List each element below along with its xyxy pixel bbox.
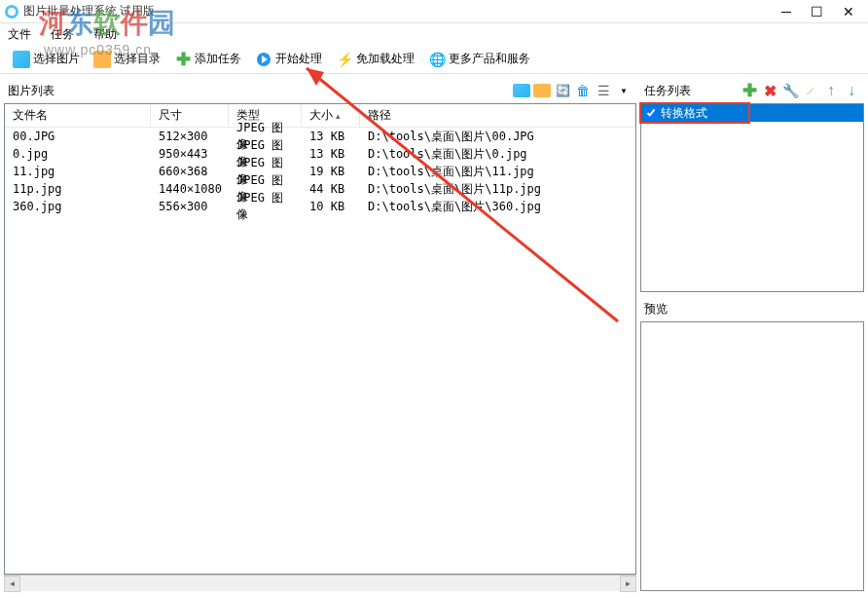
view-folder-icon[interactable] bbox=[533, 84, 551, 97]
file-dimensions: 556×300 bbox=[151, 200, 229, 213]
refresh-icon[interactable]: 🔄 bbox=[554, 82, 571, 99]
dropdown-icon[interactable]: ▼ bbox=[615, 82, 633, 99]
toolbar: 选择图片 选择目录 ✚ 添加任务 开始处理 ⚡ 免加载处理 🌐 更多产品和服务 bbox=[0, 45, 868, 74]
titlebar: 图片批量处理系统 试用版 ─ ☐ ✕ bbox=[0, 0, 868, 23]
minimize-button[interactable]: ─ bbox=[781, 4, 791, 19]
col-size[interactable]: 大小▴ bbox=[302, 104, 360, 127]
menubar: 文件 任务 帮助 bbox=[0, 23, 868, 45]
task-label: 转换格式 bbox=[661, 105, 707, 122]
view-image-icon[interactable] bbox=[513, 84, 530, 97]
file-row[interactable]: 00.JPG 512×300 JPEG 图像 13 KB D:\tools\桌面… bbox=[5, 128, 635, 145]
file-name: 0.jpg bbox=[5, 147, 151, 161]
task-checkbox[interactable] bbox=[645, 107, 657, 119]
file-name: 00.JPG bbox=[5, 130, 151, 143]
scroll-left-arrow[interactable]: ◄ bbox=[4, 576, 20, 592]
menu-help[interactable]: 帮助 bbox=[93, 26, 117, 43]
file-dimensions: 512×300 bbox=[151, 130, 229, 143]
select-folder-button[interactable]: 选择目录 bbox=[89, 48, 165, 71]
more-products-button[interactable]: 🌐 更多产品和服务 bbox=[423, 48, 535, 71]
svg-point-1 bbox=[8, 8, 16, 16]
file-list[interactable]: 文件名 尺寸 类型 大小▴ 路径 00.JPG 512×300 JPEG 图像 … bbox=[4, 103, 636, 575]
folder-icon bbox=[93, 51, 111, 68]
move-down-icon[interactable]: ↓ bbox=[843, 82, 860, 99]
maximize-button[interactable]: ☐ bbox=[811, 4, 823, 19]
file-row[interactable]: 360.jpg 556×300 JPEG 图像 10 KB D:\tools\桌… bbox=[5, 198, 635, 215]
task-list-header-bar: 任务列表 ✚ ✖ 🔧 ⟋ ↑ ↓ bbox=[640, 78, 864, 103]
file-path: D:\tools\桌面\图片\0.jpg bbox=[360, 146, 635, 163]
task-list-title: 任务列表 bbox=[644, 83, 691, 99]
app-icon bbox=[4, 4, 19, 19]
file-path: D:\tools\桌面\图片\11p.jpg bbox=[360, 181, 635, 198]
close-button[interactable]: ✕ bbox=[843, 4, 854, 19]
menu-file[interactable]: 文件 bbox=[8, 26, 31, 43]
file-name: 11p.jpg bbox=[5, 182, 151, 196]
file-dimensions: 660×368 bbox=[151, 165, 229, 178]
clear-icon[interactable]: ⟋ bbox=[802, 82, 819, 99]
file-dimensions: 1440×1080 bbox=[151, 182, 229, 196]
file-path: D:\tools\桌面\图片\00.JPG bbox=[360, 129, 635, 145]
menu-task[interactable]: 任务 bbox=[51, 26, 74, 43]
preview-header-bar: 预览 bbox=[640, 296, 864, 321]
file-path: D:\tools\桌面\图片\360.jpg bbox=[360, 199, 635, 215]
globe-icon: 🌐 bbox=[428, 51, 446, 68]
file-row[interactable]: 11.jpg 660×368 JPEG 图像 19 KB D:\tools\桌面… bbox=[5, 163, 635, 180]
add-task-button[interactable]: ✚ 添加任务 bbox=[169, 48, 246, 71]
image-icon bbox=[13, 51, 30, 68]
preview-box bbox=[640, 321, 864, 591]
horizontal-scrollbar[interactable]: ◄ ► bbox=[4, 575, 636, 591]
remove-task-icon[interactable]: ✖ bbox=[761, 82, 778, 99]
file-size: 19 KB bbox=[302, 165, 360, 178]
task-list[interactable]: 转换格式 bbox=[640, 103, 864, 292]
task-item[interactable]: 转换格式 bbox=[641, 104, 863, 122]
file-name: 360.jpg bbox=[5, 200, 151, 213]
file-list-columns: 文件名 尺寸 类型 大小▴ 路径 bbox=[5, 104, 635, 128]
file-list-title: 图片列表 bbox=[8, 83, 54, 99]
col-filename[interactable]: 文件名 bbox=[5, 104, 151, 127]
move-up-icon[interactable]: ↑ bbox=[822, 82, 840, 99]
col-path[interactable]: 路径 bbox=[360, 104, 635, 127]
file-path: D:\tools\桌面\图片\11.jpg bbox=[360, 164, 635, 180]
file-row[interactable]: 0.jpg 950×443 JPEG 图像 13 KB D:\tools\桌面\… bbox=[5, 145, 635, 163]
plus-icon: ✚ bbox=[174, 51, 192, 68]
select-image-button[interactable]: 选择图片 bbox=[8, 48, 85, 71]
col-dimensions[interactable]: 尺寸 bbox=[151, 104, 229, 127]
settings-icon[interactable]: 🔧 bbox=[781, 82, 799, 99]
list-view-icon[interactable]: ☰ bbox=[595, 82, 612, 99]
file-type: JPEG 图像 bbox=[229, 190, 302, 223]
scroll-right-arrow[interactable]: ► bbox=[620, 576, 636, 592]
add-task-icon[interactable]: ✚ bbox=[741, 82, 758, 99]
delete-icon[interactable]: 🗑 bbox=[574, 82, 592, 99]
preview-title: 预览 bbox=[644, 301, 668, 317]
file-row[interactable]: 11p.jpg 1440×1080 JPEG 图像 44 KB D:\tools… bbox=[5, 180, 635, 198]
file-size: 13 KB bbox=[302, 147, 360, 161]
no-load-process-button[interactable]: ⚡ 免加载处理 bbox=[331, 48, 419, 71]
file-name: 11.jpg bbox=[5, 165, 151, 178]
file-size: 10 KB bbox=[302, 200, 360, 213]
file-list-header-bar: 图片列表 🔄 🗑 ☰ ▼ bbox=[4, 78, 636, 103]
start-process-button[interactable]: 开始处理 bbox=[250, 48, 327, 71]
window-title: 图片批量处理系统 试用版 bbox=[23, 3, 781, 19]
file-size: 13 KB bbox=[302, 130, 360, 143]
file-dimensions: 950×443 bbox=[151, 147, 229, 161]
play-icon bbox=[255, 51, 272, 68]
file-size: 44 KB bbox=[302, 182, 360, 196]
bolt-icon: ⚡ bbox=[336, 51, 353, 68]
